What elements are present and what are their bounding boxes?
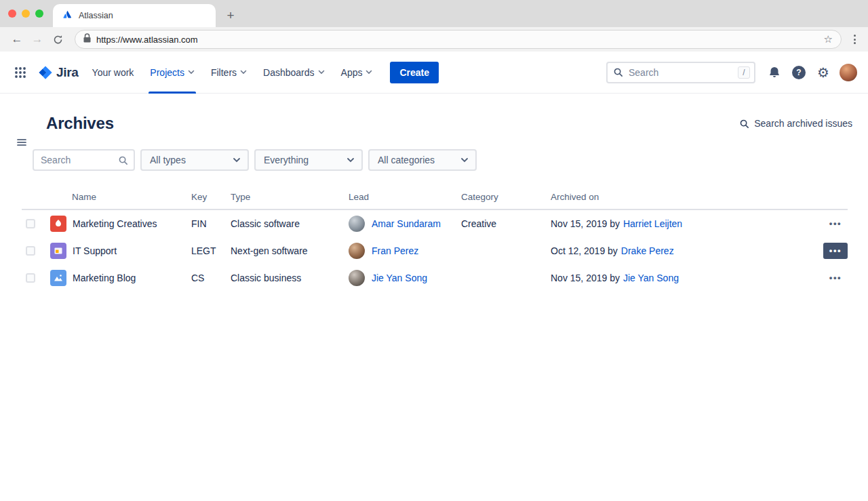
project-category: Creative: [461, 218, 551, 229]
column-header-archived-on[interactable]: Archived on: [551, 192, 810, 202]
project-key: CS: [191, 273, 231, 283]
project-name[interactable]: Marketing Blog: [73, 273, 136, 283]
row-checkbox[interactable]: [26, 219, 35, 228]
archived-date: Nov 15, 2019 by: [551, 218, 620, 229]
minimize-window-button[interactable]: [22, 9, 30, 18]
search-icon: [613, 67, 623, 77]
back-button[interactable]: ←: [8, 31, 26, 48]
profile-avatar[interactable]: [840, 64, 857, 81]
archived-on-cell: Nov 15, 2019 by Jie Yan Song: [551, 273, 810, 283]
chevron-down-icon: [240, 70, 247, 75]
chevron-down-icon: [347, 157, 355, 163]
project-type: Next-gen software: [231, 245, 349, 256]
archived-on-cell: Oct 12, 2019 by Drake Perez: [551, 245, 810, 256]
category-filter-dropdown[interactable]: All categories: [368, 149, 477, 171]
project-key: LEGT: [191, 245, 231, 256]
chevron-down-icon: [233, 157, 241, 163]
scope-filter-dropdown[interactable]: Everything: [254, 149, 363, 171]
nav-apps[interactable]: Apps: [333, 52, 381, 94]
forward-button[interactable]: →: [28, 31, 46, 48]
jira-logo-mark-icon: [38, 65, 53, 80]
notifications-bell-icon[interactable]: [764, 62, 785, 83]
project-key: FIN: [191, 218, 231, 229]
nav-dashboards[interactable]: Dashboards: [255, 52, 333, 94]
browser-window: Atlassian + ← → https://www.atlassian.co…: [0, 0, 868, 501]
browser-menu-icon[interactable]: [850, 31, 860, 48]
nav-filters[interactable]: Filters: [203, 52, 255, 94]
help-icon[interactable]: ?: [788, 62, 810, 83]
settings-gear-icon[interactable]: ⚙: [812, 62, 834, 83]
project-name[interactable]: Marketing Creatives: [73, 218, 157, 229]
lead-link[interactable]: Fran Perez: [372, 245, 418, 256]
tab-strip: Atlassian +: [0, 0, 868, 27]
filters-bar: All types Everything All categories: [33, 149, 868, 171]
jira-top-nav: Jira Your work Projects Filters Dashboar…: [0, 52, 868, 94]
new-tab-button[interactable]: +: [221, 6, 240, 25]
lead-avatar: [349, 216, 365, 232]
search-icon: [739, 119, 749, 129]
column-header-lead[interactable]: Lead: [349, 192, 461, 202]
jira-logo[interactable]: Jira: [38, 65, 79, 80]
lock-icon: [83, 33, 91, 45]
jira-logo-text: Jira: [56, 65, 79, 80]
column-header-key[interactable]: Key: [191, 192, 231, 202]
filter-search-input[interactable]: [39, 154, 114, 166]
type-filter-dropdown[interactable]: All types: [140, 149, 249, 171]
archived-by-link[interactable]: Jie Yan Song: [623, 273, 679, 283]
address-bar[interactable]: https://www.atlassian.com ☆: [75, 30, 842, 49]
table-row[interactable]: Marketing Creatives FIN Classic software…: [22, 210, 848, 237]
bookmark-star-icon[interactable]: ☆: [824, 33, 833, 45]
nav-projects[interactable]: Projects: [142, 52, 203, 94]
project-icon: [50, 243, 66, 259]
page-header: Archives Search archived issues: [46, 114, 852, 133]
search-shortcut-hint: /: [738, 66, 750, 79]
nav-utility-icons: ? ⚙: [764, 62, 834, 83]
archives-table: Name Key Type Lead Category Archived on …: [22, 184, 848, 292]
chevron-down-icon: [318, 70, 325, 75]
project-type: Classic business: [231, 273, 349, 283]
more-actions-button[interactable]: [823, 270, 848, 285]
chevron-down-icon: [188, 70, 195, 75]
page-title: Archives: [46, 114, 114, 133]
column-header-category[interactable]: Category: [461, 192, 551, 202]
project-name[interactable]: IT Support: [73, 245, 117, 256]
browser-tab[interactable]: Atlassian: [53, 4, 216, 27]
lead-link[interactable]: Amar Sundaram: [372, 218, 441, 229]
row-checkbox[interactable]: [26, 273, 35, 283]
nav-your-work[interactable]: Your work: [84, 52, 142, 94]
tab-title: Atlassian: [79, 11, 113, 20]
zoom-window-button[interactable]: [35, 9, 43, 18]
column-header-type[interactable]: Type: [231, 192, 349, 202]
lead-link[interactable]: Jie Yan Song: [372, 273, 427, 283]
global-search-input[interactable]: [627, 66, 734, 79]
filter-search[interactable]: [33, 149, 135, 171]
table-row[interactable]: IT Support LEGT Next-gen software Fran P…: [22, 237, 848, 264]
more-actions-button[interactable]: [823, 216, 848, 231]
search-archived-issues-link[interactable]: Search archived issues: [739, 118, 852, 129]
create-button[interactable]: Create: [390, 62, 439, 83]
more-actions-button[interactable]: [823, 243, 848, 258]
archived-date: Oct 12, 2019 by: [551, 245, 618, 256]
global-search[interactable]: /: [606, 62, 755, 83]
browser-toolbar: ← → https://www.atlassian.com ☆: [0, 27, 868, 52]
close-window-button[interactable]: [8, 9, 16, 18]
refresh-button[interactable]: [49, 31, 66, 48]
row-checkbox[interactable]: [26, 246, 35, 256]
archived-by-link[interactable]: Harriet Leijten: [623, 218, 682, 229]
archived-on-cell: Nov 15, 2019 by Harriet Leijten: [551, 218, 810, 229]
url-text: https://www.atlassian.com: [96, 35, 818, 45]
column-header-name[interactable]: Name: [50, 192, 191, 202]
lead-avatar: [349, 270, 365, 286]
app-switcher-icon[interactable]: [9, 62, 31, 83]
chevron-down-icon: [366, 70, 372, 75]
expand-sidebar-icon[interactable]: [17, 138, 26, 146]
primary-nav: Your work Projects Filters Dashboards Ap…: [84, 52, 381, 94]
archives-page: Archives Search archived issues All type…: [0, 114, 868, 501]
table-row[interactable]: Marketing Blog CS Classic business Jie Y…: [22, 264, 848, 292]
table-header-row: Name Key Type Lead Category Archived on: [22, 184, 848, 210]
archived-by-link[interactable]: Drake Perez: [621, 245, 674, 256]
chevron-down-icon: [460, 157, 469, 163]
project-icon: [50, 270, 66, 286]
atlassian-favicon-icon: [62, 9, 73, 22]
archived-date: Nov 15, 2019 by: [551, 273, 620, 283]
